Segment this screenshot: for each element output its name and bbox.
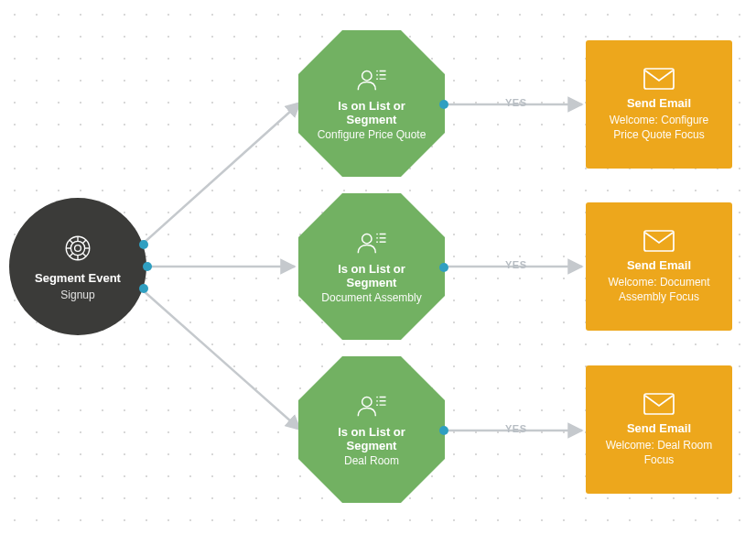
action-title: Send Email	[627, 96, 691, 110]
svg-line-13	[70, 239, 73, 243]
svg-rect-38	[644, 69, 674, 89]
action-subtitle: Welcome: Document Assembly Focus	[599, 276, 719, 304]
output-port[interactable]	[139, 284, 148, 293]
svg-line-2	[142, 289, 300, 430]
svg-point-28	[376, 233, 378, 234]
svg-line-15	[70, 253, 73, 256]
decision-node[interactable]: Is on List or Segment Configure Price Qu…	[298, 30, 445, 177]
action-node[interactable]: Send Email Welcome: Configure Price Quot…	[586, 40, 732, 169]
person-list-icon	[354, 229, 389, 256]
svg-line-0	[142, 103, 300, 245]
svg-point-23	[376, 78, 378, 80]
start-title: Segment Event	[35, 271, 121, 285]
svg-point-24	[362, 234, 372, 243]
svg-point-30	[376, 241, 378, 243]
decision-subtitle: Configure Price Quote	[318, 128, 427, 142]
edge-label-yes: YES	[505, 259, 527, 270]
output-port[interactable]	[439, 100, 448, 109]
action-title: Send Email	[627, 258, 691, 272]
decision-title: Is on List or Segment	[313, 99, 430, 126]
svg-point-29	[376, 236, 378, 238]
output-port[interactable]	[439, 263, 448, 272]
decision-node[interactable]: Is on List or Segment Document Assembly	[298, 193, 445, 340]
start-node[interactable]: Segment Event Signup	[9, 198, 146, 335]
svg-point-31	[362, 397, 372, 406]
envelope-icon	[643, 67, 675, 91]
decision-title: Is on List or Segment	[313, 262, 430, 289]
svg-point-22	[376, 73, 378, 75]
action-subtitle: Welcome: Deal Room Focus	[599, 439, 719, 467]
decision-node[interactable]: Is on List or Segment Deal Room	[298, 356, 445, 503]
action-title: Send Email	[627, 421, 691, 435]
action-node[interactable]: Send Email Welcome: Deal Room Focus	[586, 365, 732, 494]
decision-title: Is on List or Segment	[313, 425, 430, 452]
decision-subtitle: Document Assembly	[321, 291, 421, 305]
svg-line-14	[82, 253, 86, 256]
svg-point-36	[376, 399, 378, 401]
svg-rect-39	[644, 231, 674, 251]
flow-canvas[interactable]: Segment Event Signup Is on List or Segme…	[0, 0, 756, 534]
svg-point-35	[376, 396, 378, 398]
action-node[interactable]: Send Email Welcome: Document Assembly Fo…	[586, 202, 732, 331]
edge-label-yes: YES	[505, 423, 527, 434]
envelope-icon	[643, 229, 675, 253]
person-list-icon	[354, 66, 389, 93]
output-port[interactable]	[439, 426, 448, 435]
action-subtitle: Welcome: Configure Price Quote Focus	[599, 114, 719, 142]
person-list-icon	[354, 392, 389, 420]
segment-icon	[62, 233, 93, 264]
svg-point-21	[376, 70, 378, 71]
edge-label-yes: YES	[505, 97, 527, 108]
svg-point-7	[70, 241, 84, 255]
decision-subtitle: Deal Room	[344, 454, 399, 468]
svg-point-8	[75, 245, 81, 251]
svg-point-37	[376, 404, 378, 406]
start-subtitle: Signup	[60, 289, 94, 301]
svg-line-16	[82, 239, 86, 243]
output-port[interactable]	[139, 240, 148, 249]
output-port[interactable]	[143, 262, 152, 271]
svg-rect-40	[644, 394, 674, 414]
envelope-icon	[643, 392, 675, 416]
svg-point-17	[362, 71, 372, 80]
